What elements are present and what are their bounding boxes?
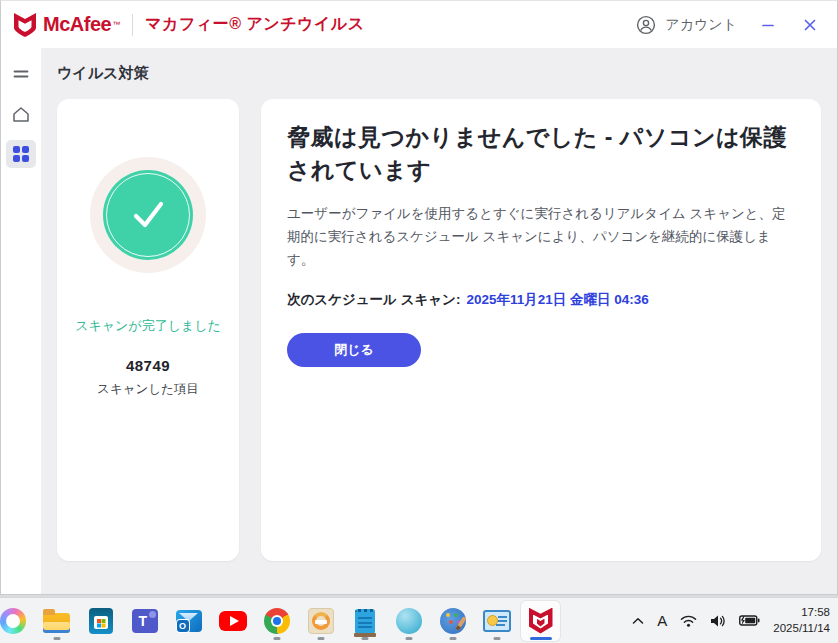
microsoft-store-icon [89, 608, 113, 634]
account-icon [636, 15, 656, 35]
next-scan-value: 2025年11月21日 金曜日 04:36 [466, 292, 648, 307]
chrome-icon [264, 608, 290, 634]
speaker-icon [710, 614, 726, 628]
taskbar-teams-icon[interactable] [125, 601, 164, 641]
titlebar: McAfee™ マカフィー® アンチウイルス アカウント [1, 1, 837, 48]
taskbar-copilot-icon[interactable] [0, 601, 32, 641]
status-halo [90, 157, 206, 273]
taskbar-sphere-app-icon[interactable] [389, 601, 428, 641]
scan-summary-card: スキャンが完了しました 48749 スキャンした項目 [57, 99, 239, 561]
tray-expand-button[interactable] [632, 617, 644, 625]
clock-date: 2025/11/14 [773, 621, 830, 637]
sidebar-apps-button[interactable] [6, 140, 36, 168]
brand-lockup: McAfee™ マカフィー® アンチウイルス [13, 12, 365, 38]
teams-icon [132, 609, 158, 633]
account-button[interactable]: アカウント [636, 15, 737, 35]
taskbar-system-monitor-icon[interactable] [477, 601, 516, 641]
brand-trademark: ™ [112, 20, 120, 29]
content-area: ウイルス対策 スキャンが完了しました 48749 スキャンした項目 [41, 48, 837, 594]
taskbar-chrome-icon[interactable] [257, 601, 296, 641]
menu-icon [13, 67, 29, 81]
mcafee-logo-icon [13, 12, 37, 38]
file-explorer-icon [43, 613, 70, 633]
scan-result-card: 脅威は見つかりませんでした - パソコンは保護されています ユーザーがファイルを… [261, 99, 821, 561]
close-button[interactable] [799, 14, 821, 36]
youtube-icon [219, 611, 247, 631]
taskbar-notepad-icon[interactable] [345, 601, 384, 641]
wifi-button[interactable] [680, 614, 697, 628]
minimize-icon [760, 17, 776, 33]
notepad-icon [355, 609, 375, 634]
next-scan-line: 次のスケジュール スキャン:2025年11月21日 金曜日 04:36 [287, 291, 795, 309]
volume-button[interactable] [710, 614, 726, 628]
app-body: ウイルス対策 スキャンが完了しました 48749 スキャンした項目 [1, 48, 837, 594]
sidebar-home-button[interactable] [6, 100, 36, 128]
account-label: アカウント [665, 16, 737, 34]
next-scan-label: 次のスケジュール スキャン: [287, 292, 460, 307]
battery-button[interactable] [739, 614, 760, 627]
home-icon [12, 106, 30, 123]
scan-success-badge [103, 170, 193, 260]
mcafee-app-window: McAfee™ マカフィー® アンチウイルス アカウント [0, 0, 838, 595]
sidebar-menu-button[interactable] [6, 60, 36, 88]
scanned-items-label: スキャンした項目 [97, 381, 199, 398]
page-title: ウイルス対策 [57, 64, 821, 83]
product-name: マカフィー® アンチウイルス [145, 14, 364, 35]
chevron-up-icon [632, 617, 644, 625]
mcafee-icon [529, 608, 553, 634]
taskbar-file-explorer-icon[interactable] [37, 601, 76, 641]
taskbar-paint-icon[interactable] [433, 601, 472, 641]
paint-icon [440, 608, 466, 634]
result-heading: 脅威は見つかりませんでした - パソコンは保護されています [287, 121, 795, 188]
taskbar-clock[interactable]: 17:58 2025/11/14 [773, 605, 830, 636]
taskbar-microsoft-store-icon[interactable] [81, 601, 120, 641]
scanned-items-count: 48749 [126, 357, 170, 374]
game-icon [308, 608, 334, 634]
taskbar-icons [0, 601, 560, 641]
system-monitor-icon [483, 610, 511, 632]
ime-indicator[interactable]: A [657, 612, 667, 629]
brand-divider [132, 14, 133, 36]
system-tray: A 17:58 2025/11/14 [632, 598, 830, 643]
sphere-app-icon [396, 608, 422, 634]
apps-grid-icon [13, 146, 30, 163]
close-result-button[interactable]: 閉じる [287, 333, 421, 367]
battery-charging-icon [739, 614, 760, 627]
taskbar: A 17:58 2025/11/14 [0, 597, 838, 643]
titlebar-controls: アカウント [636, 14, 821, 36]
copilot-icon [0, 608, 26, 634]
clock-time: 17:58 [773, 605, 830, 621]
taskbar-mcafee-icon[interactable] [521, 601, 560, 641]
taskbar-youtube-icon[interactable] [213, 601, 252, 641]
taskbar-outlook-icon[interactable] [169, 601, 208, 641]
sidebar [1, 48, 41, 594]
close-icon [802, 17, 818, 33]
scan-status-text: スキャンが完了しました [75, 317, 221, 335]
checkmark-icon [124, 191, 172, 239]
taskbar-game-icon[interactable] [301, 601, 340, 641]
brand-name: McAfee [43, 13, 111, 36]
cards-row: スキャンが完了しました 48749 スキャンした項目 脅威は見つかりませんでした… [57, 99, 821, 561]
outlook-icon [176, 610, 202, 632]
result-description: ユーザーがファイルを使用するとすぐに実行されるリアルタイム スキャンと、定期的に… [287, 203, 795, 272]
minimize-button[interactable] [757, 14, 779, 36]
wifi-icon [680, 614, 697, 628]
